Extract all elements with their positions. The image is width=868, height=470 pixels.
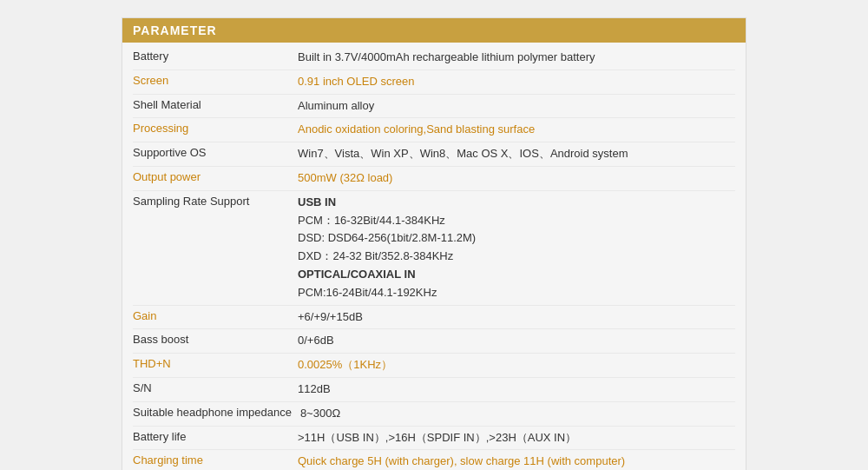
param-label: Processing xyxy=(133,121,298,135)
param-value: Built in 3.7V/4000mAh rechargeable lithi… xyxy=(298,49,735,67)
table-row: THD+N0.0025%（1KHz） xyxy=(133,354,735,378)
header-title: PARAMETER xyxy=(133,23,217,37)
param-value: Aluminum alloy xyxy=(298,97,735,116)
param-label: Output power xyxy=(133,169,298,183)
param-value-line: DSD: DSD64-256(1bit/2.8M-11.2M) xyxy=(298,229,735,248)
param-label: Supportive OS xyxy=(133,145,298,159)
param-value-line: PCM：16-32Bit/44.1-384KHz xyxy=(298,212,735,230)
param-value: Win7、Vista、Win XP、Win8、Mac OS X、IOS、Andr… xyxy=(298,145,735,163)
param-label: S/N xyxy=(133,381,298,394)
param-value-line: DXD：24-32 Bit/352.8-384KHz xyxy=(298,248,735,266)
param-label: Charging time xyxy=(133,453,298,467)
param-label: Suitable headphone impedance xyxy=(133,405,300,419)
param-value: 112dB xyxy=(298,381,735,399)
param-value-line: OPTICAL/COAXIAL IN xyxy=(298,266,735,284)
param-value-line: USB IN xyxy=(298,194,735,212)
param-label: Screen xyxy=(133,73,298,87)
param-label: Bass boost xyxy=(133,332,298,346)
table-row: S/N112dB xyxy=(133,378,735,402)
table-row: BatteryBuilt in 3.7V/4000mAh rechargeabl… xyxy=(133,46,735,70)
param-label: Sampling Rate Support xyxy=(133,194,298,208)
param-value-line: PCM:16-24Bit/44.1-192KHz xyxy=(298,284,735,302)
table-body: BatteryBuilt in 3.7V/4000mAh rechargeabl… xyxy=(122,43,746,470)
param-value: Anodic oxidation coloring,Sand blasting … xyxy=(298,121,735,139)
param-label: Gain xyxy=(133,308,298,322)
table-row: ProcessingAnodic oxidation coloring,Sand… xyxy=(133,118,735,142)
table-row: Sampling Rate SupportUSB INPCM：16-32Bit/… xyxy=(133,191,735,306)
table-row: Screen0.91 inch OLED screen xyxy=(133,70,735,95)
table-row: Gain+6/+9/+15dB xyxy=(133,306,735,330)
param-value: 8~300Ω xyxy=(300,405,735,423)
table-row: Shell MaterialAluminum alloy xyxy=(133,95,735,119)
param-label: THD+N xyxy=(133,356,298,370)
param-value: 0/+6dB xyxy=(298,332,735,350)
table-row: Bass boost0/+6dB xyxy=(133,329,735,354)
param-label: Battery life xyxy=(133,429,298,443)
param-value: +6/+9/+15dB xyxy=(298,308,735,327)
table-row: Battery life>11H（USB IN）,>16H（SPDIF IN）,… xyxy=(133,427,735,451)
param-value: 500mW (32Ω load) xyxy=(298,169,735,188)
table-row: Output power500mW (32Ω load) xyxy=(133,167,735,191)
table-row: Suitable headphone impedance8~300Ω xyxy=(133,402,735,427)
param-value: 0.0025%（1KHz） xyxy=(298,356,735,374)
param-value: >11H（USB IN）,>16H（SPDIF IN）,>23H（AUX IN） xyxy=(298,429,735,447)
table-row: Supportive OSWin7、Vista、Win XP、Win8、Mac … xyxy=(133,142,735,167)
param-value: USB INPCM：16-32Bit/44.1-384KHzDSD: DSD64… xyxy=(298,194,735,302)
param-value: 0.91 inch OLED screen xyxy=(298,73,735,91)
param-label: Battery xyxy=(133,49,298,63)
table-row: Charging timeQuick charge 5H (with charg… xyxy=(133,450,735,470)
param-value: Quick charge 5H (with charger), slow cha… xyxy=(298,453,735,470)
parameter-table: PARAMETER BatteryBuilt in 3.7V/4000mAh r… xyxy=(122,17,746,470)
param-label: Shell Material xyxy=(133,97,298,111)
table-header: PARAMETER xyxy=(122,18,746,43)
